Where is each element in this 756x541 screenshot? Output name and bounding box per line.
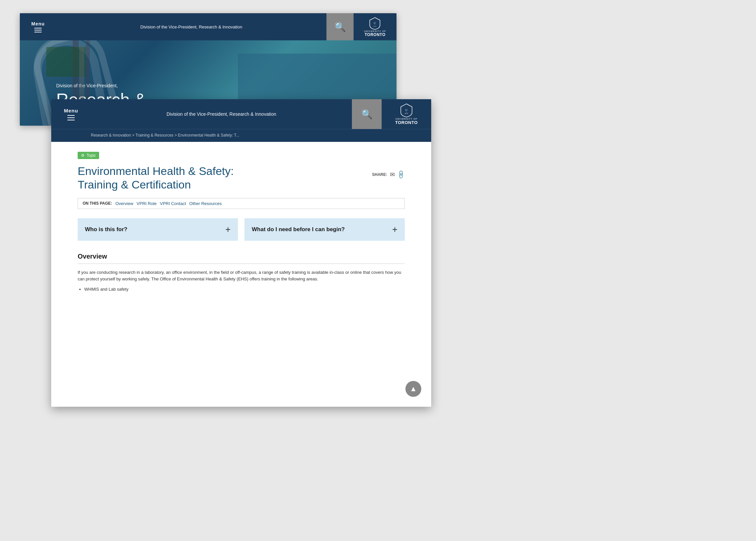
hamburger-line-6 <box>67 120 75 120</box>
svg-text:U: U <box>405 109 408 112</box>
on-this-page-other-resources[interactable]: Other Resources <box>189 201 222 206</box>
search-icon-front: 🔍 <box>361 109 373 120</box>
back-header: Menu Division of the Vice-President, Res… <box>20 13 396 40</box>
overview-divider <box>78 264 405 264</box>
on-this-page-vpri-contact[interactable]: VPRI Contact <box>160 201 186 206</box>
uoft-crest-icon: U of T <box>369 17 380 30</box>
link-share-icon[interactable]: 🔗 <box>396 169 406 180</box>
on-this-page-vpri-role[interactable]: VPRI Role <box>136 201 156 206</box>
front-site-title: Division of the Vice-President, Research… <box>91 112 352 117</box>
search-icon: 🔍 <box>334 22 346 32</box>
uoft-logo-front: U of T UNIVERSITY OF TORONTO <box>395 103 418 125</box>
title-share-row: Environmental Health & Safety: Training … <box>78 164 405 198</box>
back-menu-label: Menu <box>31 21 45 26</box>
accordion2-plus-icon: + <box>392 225 397 234</box>
back-hero-sub: Division of the Vice-President, <box>56 83 146 88</box>
on-this-page-bar: ON THIS PAGE: Overview VPRI Role VPRI Co… <box>78 198 405 209</box>
svg-text:U: U <box>374 22 376 25</box>
accordion2-label: What do I need before I can begin? <box>252 226 345 233</box>
overview-bullet-1: WHMIS and Lab safety <box>84 287 405 292</box>
on-this-page-label: ON THIS PAGE: <box>83 201 112 206</box>
topic-badge-label: Topic <box>87 153 96 158</box>
uoft-university-of-front: UNIVERSITY OF <box>395 118 418 120</box>
front-header: Menu Division of the Vice-President, Res… <box>51 99 431 129</box>
svg-text:of T: of T <box>374 25 377 27</box>
front-menu-label: Menu <box>64 108 78 113</box>
back-logo-area: U of T UNIVERSITY OF TORONTO <box>354 13 396 40</box>
hamburger-line-2 <box>34 30 42 30</box>
share-row: SHARE: ✉ 🔗 <box>372 171 405 178</box>
scroll-to-top-button[interactable]: ▲ <box>405 381 421 397</box>
back-menu-button[interactable]: Menu <box>20 13 56 40</box>
front-window: Menu Division of the Vice-President, Res… <box>51 99 431 407</box>
accordions-row: Who is this for? + What do I need before… <box>78 218 405 241</box>
accordion-what-do-i-need[interactable]: What do I need before I can begin? + <box>245 218 405 241</box>
front-menu-button[interactable]: Menu <box>51 99 91 129</box>
breadcrumb[interactable]: Research & Innovation > Training & Resou… <box>91 133 239 138</box>
uoft-toronto: TORONTO <box>365 32 385 37</box>
tree-shape <box>46 47 86 77</box>
front-logo-area: U of T UNIVERSITY OF TORONTO <box>381 99 431 129</box>
content-area: ⚙ Topic Environmental Health & Safety: T… <box>51 142 431 301</box>
page-title-line1: Environmental Health & Safety: <box>78 165 234 177</box>
uoft-logo-back: U of T UNIVERSITY OF TORONTO <box>364 17 386 37</box>
on-this-page-overview[interactable]: Overview <box>115 201 133 206</box>
scroll-top-arrow-icon: ▲ <box>410 384 417 393</box>
uoft-toronto-front: TORONTO <box>395 120 418 125</box>
accordion-who-is-this-for[interactable]: Who is this for? + <box>78 218 238 241</box>
back-search-button[interactable]: 🔍 <box>327 13 354 40</box>
overview-text: If you are conducting research in a labo… <box>78 269 405 283</box>
hamburger-line-1 <box>34 28 42 28</box>
uoft-crest-icon-front: U of T <box>400 103 413 118</box>
page-title: Environmental Health & Safety: Training … <box>78 164 234 192</box>
page-title-line2: Training & Certification <box>78 178 191 191</box>
topic-badge: ⚙ Topic <box>78 152 99 159</box>
hamburger-line-3 <box>34 32 42 32</box>
hamburger-line-5 <box>67 117 75 118</box>
overview-title: Overview <box>78 253 405 260</box>
gear-icon-badge: ⚙ <box>81 153 85 158</box>
share-label: SHARE: <box>372 172 387 177</box>
accordion1-label: Who is this for? <box>85 226 127 233</box>
email-share-icon[interactable]: ✉ <box>390 171 395 178</box>
uoft-university-of: UNIVERSITY OF <box>364 30 386 32</box>
overview-section: Overview If you are conducting research … <box>78 253 405 292</box>
svg-text:of T: of T <box>405 113 408 114</box>
hamburger-line-4 <box>67 115 75 116</box>
breadcrumb-bar: Research & Innovation > Training & Resou… <box>51 129 431 142</box>
accordion1-plus-icon: + <box>225 225 231 234</box>
back-site-title: Division of the Vice-President, Research… <box>56 24 327 29</box>
front-search-button[interactable]: 🔍 <box>352 99 381 129</box>
